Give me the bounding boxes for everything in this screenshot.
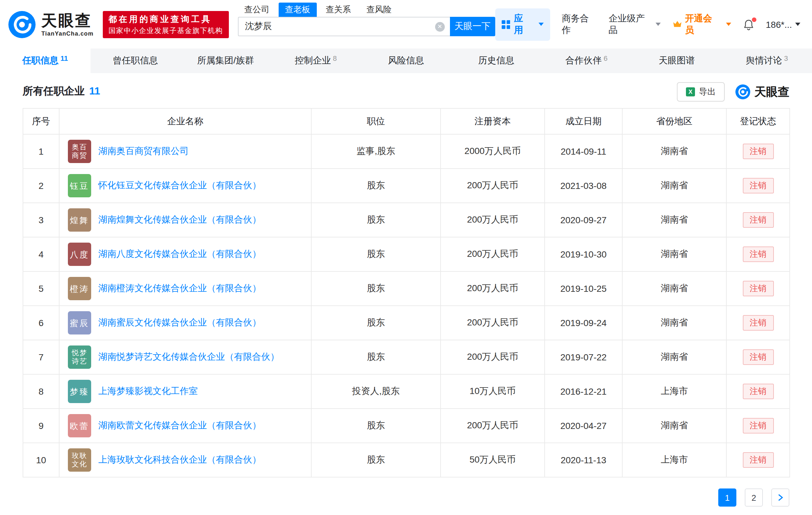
company-logo: 橙涛 [68,277,91,300]
status-badge: 注销 [743,452,774,468]
top-header: 天眼查 TianYanCha.com 都在用的商业查询工具 国家中小企业发展子基… [0,0,812,49]
table-row: 6蜜辰湖南蜜辰文化传媒合伙企业（有限合伙）股东200万人民币2019-09-24… [23,306,790,340]
capital-cell: 200万人民币 [441,306,545,340]
row-number: 9 [23,409,59,443]
status-badge: 注销 [743,178,774,193]
nav-tab[interactable]: 历史信息 [451,49,542,73]
business-cooperation-label: 商务合作 [562,12,597,36]
search-button[interactable]: 天眼一下 [450,17,495,36]
nav-tab[interactable]: 舆情讨论3 [722,49,812,73]
logo-text: 天眼查 TianYanCha.com [41,12,94,36]
position-cell: 监事,股东 [311,134,441,168]
company-link[interactable]: 怀化钰豆文化传媒合伙企业（有限合伙） [98,180,261,191]
company-link[interactable]: 上海梦臻影视文化工作室 [98,386,198,397]
slogan-badge: 都在用的商业查询工具 国家中小企业发展子基金旗下机构 [103,11,229,38]
company-cell: 八度湖南八度文化传媒合伙企业（有限合伙） [59,237,311,271]
clear-search-icon[interactable]: ✕ [435,22,445,32]
region-cell: 湖南省 [622,409,726,443]
company-logo: 玫耿文化 [68,449,91,472]
section-count: 11 [89,85,100,97]
user-account[interactable]: 186*... [766,19,800,29]
status-badge: 注销 [743,246,774,262]
company-link[interactable]: 湖南悦梦诗艺文化传媒合伙企业（有限合伙） [98,351,279,363]
position-cell: 股东 [311,271,441,306]
search-tab[interactable]: 查老板 [279,3,317,17]
slogan-line2: 国家中小企业发展子基金旗下机构 [109,26,223,35]
status-cell: 注销 [726,134,790,168]
tianyancha-watermark-icon [735,84,751,99]
date-cell: 2020-04-27 [545,409,622,443]
nav-tab-count: 8 [333,54,337,62]
page-button-1[interactable]: 1 [718,488,736,507]
nav-tab[interactable]: 控制企业8 [270,49,361,73]
company-cell: 梦臻上海梦臻影视文化工作室 [59,374,311,409]
crown-icon [672,20,683,28]
company-link[interactable]: 湖南煌舞文化传媒合伙企业（有限合伙） [98,214,261,226]
capital-cell: 200万人民币 [441,203,545,237]
section-title-text: 所有任职企业 [23,85,85,97]
row-number: 6 [23,306,59,340]
nav-tab[interactable]: 曾任职信息 [90,49,180,73]
logo-subtitle: TianYanCha.com [41,30,94,36]
chevron-down-icon [539,23,544,26]
row-number: 8 [23,374,59,409]
position-cell: 股东 [311,203,441,237]
user-phone: 186*... [766,19,792,29]
date-cell: 2019-10-30 [545,237,622,271]
search-tab[interactable]: 查关系 [319,3,357,17]
nav-tab[interactable]: 任职信息11 [0,49,90,73]
nav-tab-label: 任职信息 [22,55,59,66]
table-row: 2钰豆怀化钰豆文化传媒合伙企业（有限合伙）股东200万人民币2021-03-08… [23,168,790,203]
position-cell: 股东 [311,306,441,340]
export-label: 导出 [699,86,716,98]
vip-label: 开通会员 [685,12,720,36]
logo-title: 天眼查 [41,12,94,29]
status-cell: 注销 [726,203,790,237]
search-tab[interactable]: 查公司 [238,3,276,17]
table-row: 1奥百商贸湖南奥百商贸有限公司监事,股东2000万人民币2014-09-11湖南… [23,134,790,168]
search-input[interactable] [238,18,450,35]
nav-tab[interactable]: 天眼图谱 [632,49,722,73]
tianyancha-logo[interactable]: 天眼查 TianYanCha.com [8,10,94,38]
nav-tab-label: 合作伙伴 [566,55,602,66]
menu-enterprise-products[interactable]: 企业级产品 [609,12,661,36]
status-badge: 注销 [743,281,774,296]
company-link[interactable]: 湖南八度文化传媒合伙企业（有限合伙） [98,248,261,260]
export-button[interactable]: X 导出 [677,82,725,101]
company-link[interactable]: 湖南橙涛文化传媒合伙企业（有限合伙） [98,283,261,294]
company-cell: 玫耿文化上海玫耿文化科技合伙企业（有限合伙） [59,443,311,477]
status-badge: 注销 [743,212,774,228]
position-cell: 股东 [311,443,441,477]
status-cell: 注销 [726,306,790,340]
apps-menu-button[interactable]: 应用 [495,8,550,40]
position-cell: 股东 [311,168,441,203]
company-link[interactable]: 湖南蜜辰文化传媒合伙企业（有限合伙） [98,317,261,329]
nav-tab-count: 6 [604,54,607,62]
company-cell: 悦梦诗艺湖南悦梦诗艺文化传媒合伙企业（有限合伙） [59,340,311,374]
position-cell: 股东 [311,409,441,443]
table-body: 1奥百商贸湖南奥百商贸有限公司监事,股东2000万人民币2014-09-11湖南… [23,134,790,477]
company-link[interactable]: 上海玫耿文化科技合伙企业（有限合伙） [98,454,261,466]
search-tab[interactable]: 查风险 [360,3,398,17]
company-logo: 蜜辰 [68,311,91,334]
column-header: 注册资本 [441,108,545,134]
page-button-2[interactable]: 2 [745,488,763,507]
nav-tab[interactable]: 风险信息 [361,49,451,73]
company-logo: 钰豆 [68,174,91,197]
nav-tab[interactable]: 合作伙伴6 [542,49,632,73]
status-badge: 注销 [743,144,774,159]
company-link[interactable]: 湖南欧蕾文化传媒合伙企业（有限合伙） [98,420,261,432]
notification-bell[interactable] [743,19,754,30]
column-header: 登记状态 [726,108,790,134]
company-cell: 蜜辰湖南蜜辰文化传媒合伙企业（有限合伙） [59,306,311,340]
region-cell: 湖南省 [622,134,726,168]
status-badge: 注销 [743,384,774,399]
nav-tab-count: 11 [60,54,68,62]
next-page-button[interactable] [771,488,789,507]
nav-tab-label: 曾任职信息 [113,55,158,66]
search-area: 查公司查老板查关系查风险 ✕ 天眼一下 [238,2,495,36]
menu-business-cooperation[interactable]: 商务合作 [562,12,597,36]
company-link[interactable]: 湖南奥百商贸有限公司 [98,145,189,157]
menu-vip[interactable]: 开通会员 [672,12,731,36]
nav-tab[interactable]: 所属集团/族群 [180,49,270,73]
